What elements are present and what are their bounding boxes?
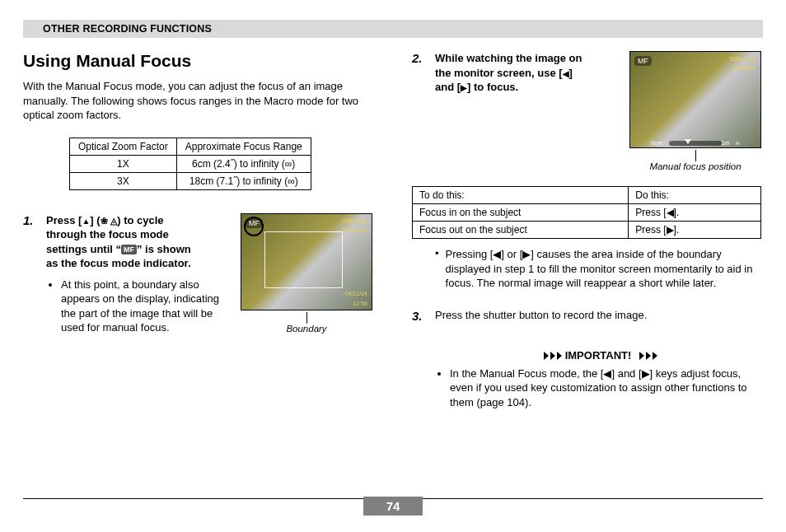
table1-head-1: Approximate Focus Range xyxy=(176,138,311,155)
focus-action-table: To do this: Do this: Focus in on the sub… xyxy=(412,186,761,239)
scale-label-1m: 1m xyxy=(721,140,729,146)
left-arrow-icon xyxy=(563,67,569,79)
right-arrow-icon xyxy=(461,81,467,93)
important-block: IMPORTANT! In the Manual Focus mode, the… xyxy=(435,349,761,410)
page-title: Using Manual Focus xyxy=(23,51,372,71)
step-2-number: 2. xyxy=(412,51,435,95)
focus-range-table: Optical Zoom Factor Approximate Focus Ra… xyxy=(69,138,311,190)
table-row: Focus out on the subject Press [▶]. xyxy=(413,222,761,239)
osd-resolution: 1600×1200 xyxy=(729,56,756,62)
important-label: IMPORTANT! xyxy=(565,349,632,362)
scale-label-6cm: 6cm xyxy=(651,140,662,146)
macro-icon xyxy=(101,214,108,226)
osd-mf-badge: MF xyxy=(246,218,263,228)
right-column: 2. While watching the image on the monit… xyxy=(412,51,761,409)
step-1-bullet: At this point, a boundary also appears o… xyxy=(61,278,224,335)
osd-resolution: 1600×1200 xyxy=(340,218,367,224)
screenshot-1-caption: Boundary xyxy=(286,324,326,334)
step-1-number: 1. xyxy=(23,213,46,335)
osd-quality: NORMAL xyxy=(343,227,367,233)
important-bullet: In the Manual Focus mode, the [◀] and [▶… xyxy=(450,366,761,410)
table-row: 1X 6cm (2.4˝) to infinity (∞) xyxy=(70,155,311,172)
section-header: OTHER RECORDING FUNCTIONS xyxy=(23,20,763,38)
step-2-note: Pressing [◀] or [▶] causes the area insi… xyxy=(435,247,761,291)
screenshot-2-wrap: MF 1600×1200 NORMAL 6cm 1m ∞ Manual focu… xyxy=(629,51,761,171)
intro-paragraph: With the Manual Focus mode, you can adju… xyxy=(23,79,372,123)
left-column: Using Manual Focus With the Manual Focus… xyxy=(23,51,372,409)
page-number: 74 xyxy=(363,497,423,516)
screenshot-1: MF 1600×1200 NORMAL 04/12/24 12:58 xyxy=(241,213,372,310)
page-footer: 74 xyxy=(23,498,763,516)
osd-date: 04/12/24 xyxy=(345,291,367,296)
screenshot-2: MF 1600×1200 NORMAL 6cm 1m ∞ xyxy=(629,51,761,148)
screenshot-1-wrap: MF 1600×1200 NORMAL 04/12/24 12:58 Bound… xyxy=(241,213,372,334)
important-arrows-left-icon xyxy=(539,352,562,360)
osd-mf-badge: MF xyxy=(634,56,652,66)
focus-frame xyxy=(264,231,343,289)
table-row: 3X 18cm (7.1˝) to infinity (∞) xyxy=(70,172,311,189)
scale-label-inf: ∞ xyxy=(736,140,740,146)
table2-head-0: To do this: xyxy=(413,187,629,204)
table2-head-1: Do this: xyxy=(629,187,761,204)
step-2-body: While watching the image on the monitor … xyxy=(435,51,629,95)
focus-position-bar xyxy=(669,141,721,146)
step-3-body: Press the shutter button to record the i… xyxy=(435,309,761,323)
screenshot-2-caption: Manual focus position xyxy=(649,161,741,171)
table-row: Focus in on the subject Press [◀]. xyxy=(413,204,761,222)
important-arrows-right-icon xyxy=(634,352,657,360)
mf-indicator-icon: MF xyxy=(121,245,137,254)
up-arrow-icon xyxy=(82,214,90,226)
osd-quality: NORMAL xyxy=(732,65,756,71)
osd-time: 12:58 xyxy=(353,301,367,306)
step-3-number: 3. xyxy=(412,309,435,323)
table1-head-0: Optical Zoom Factor xyxy=(70,138,177,155)
step-1-body: Press [] ( ) to cycle through the focus … xyxy=(46,213,224,335)
landscape-icon xyxy=(110,214,117,226)
